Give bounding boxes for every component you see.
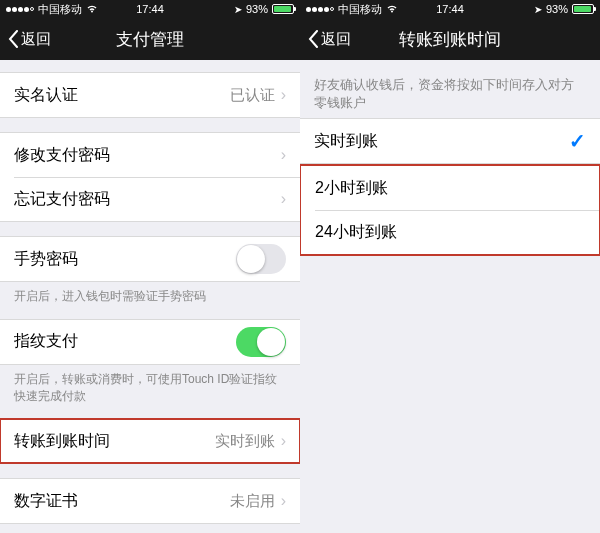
signal-dots-icon — [306, 7, 334, 12]
row-value: 未启用 — [230, 492, 275, 511]
option-label: 24小时到账 — [315, 222, 397, 243]
nav-bar: 返回 转账到账时间 — [300, 18, 600, 60]
wifi-icon — [386, 3, 398, 15]
carrier-label: 中国移动 — [338, 2, 382, 17]
location-icon: ➤ — [534, 4, 542, 15]
fingerprint-hint: 开启后，转账或消费时，可使用Touch ID验证指纹快速完成付款 — [0, 365, 300, 405]
chevron-right-icon: › — [281, 146, 286, 164]
status-bar: 中国移动 17:44 ➤ 93% — [0, 0, 300, 18]
row-label: 转账到账时间 — [14, 431, 110, 452]
back-label: 返回 — [321, 30, 351, 49]
row-label: 数字证书 — [14, 491, 78, 512]
row-digital-certificate[interactable]: 数字证书 未启用› — [0, 479, 300, 523]
location-icon: ➤ — [234, 4, 242, 15]
battery-icon — [572, 4, 594, 14]
row-value: 实时到账 — [215, 432, 275, 451]
clock: 17:44 — [136, 3, 164, 15]
chevron-right-icon: › — [281, 432, 286, 450]
back-label: 返回 — [21, 30, 51, 49]
clock: 17:44 — [436, 3, 464, 15]
row-label: 忘记支付密码 — [14, 189, 110, 210]
screen-transfer-arrival-time: 中国移动 17:44 ➤ 93% 返回 转账到账时间 好友确认收钱后，资金将按如… — [300, 0, 600, 533]
carrier-label: 中国移动 — [38, 2, 82, 17]
back-button[interactable]: 返回 — [308, 30, 351, 49]
row-forgot-pay-password[interactable]: 忘记支付密码 › — [0, 177, 300, 221]
row-label: 手势密码 — [14, 249, 78, 270]
option-twenty-four-hours[interactable]: 24小时到账 — [301, 210, 599, 254]
check-icon: ✓ — [569, 129, 586, 153]
row-realname-auth[interactable]: 实名认证 已认证› — [0, 73, 300, 117]
row-label: 指纹支付 — [14, 331, 78, 352]
content: 实名认证 已认证› 修改支付密码 › 忘记支付密码 › 手势密码 开启后，进入钱… — [0, 60, 300, 533]
row-transfer-arrival-time[interactable]: 转账到账时间 实时到账› — [0, 419, 300, 463]
signal-dots-icon — [6, 7, 34, 12]
chevron-right-icon: › — [281, 190, 286, 208]
option-label: 实时到账 — [314, 131, 378, 152]
option-two-hours[interactable]: 2小时到账 — [301, 166, 599, 210]
chevron-left-icon — [308, 30, 319, 48]
row-change-pay-password[interactable]: 修改支付密码 › — [0, 133, 300, 177]
toggle-fingerprint-pay[interactable] — [236, 327, 286, 357]
battery-pct: 93% — [246, 3, 268, 15]
chevron-right-icon: › — [281, 492, 286, 510]
content: 好友确认收钱后，资金将按如下时间存入对方零钱账户 实时到账 ✓ 2小时到账 24… — [300, 60, 600, 533]
gesture-hint: 开启后，进入钱包时需验证手势密码 — [0, 282, 300, 305]
screen-payment-admin: 中国移动 17:44 ➤ 93% 返回 支付管理 实名认证 已认证› 修 — [0, 0, 300, 533]
battery-pct: 93% — [546, 3, 568, 15]
row-gesture-password[interactable]: 手势密码 — [0, 237, 300, 281]
row-value: 已认证 — [230, 86, 275, 105]
battery-icon — [272, 4, 294, 14]
row-fingerprint-pay[interactable]: 指纹支付 — [0, 320, 300, 364]
toggle-gesture-password[interactable] — [236, 244, 286, 274]
row-label: 修改支付密码 — [14, 145, 110, 166]
section-hint: 好友确认收钱后，资金将按如下时间存入对方零钱账户 — [300, 60, 600, 118]
option-instant[interactable]: 实时到账 ✓ — [300, 119, 600, 163]
chevron-right-icon: › — [281, 86, 286, 104]
option-label: 2小时到账 — [315, 178, 388, 199]
wifi-icon — [86, 3, 98, 15]
back-button[interactable]: 返回 — [8, 30, 51, 49]
chevron-left-icon — [8, 30, 19, 48]
status-bar: 中国移动 17:44 ➤ 93% — [300, 0, 600, 18]
row-label: 实名认证 — [14, 85, 78, 106]
nav-bar: 返回 支付管理 — [0, 18, 300, 60]
